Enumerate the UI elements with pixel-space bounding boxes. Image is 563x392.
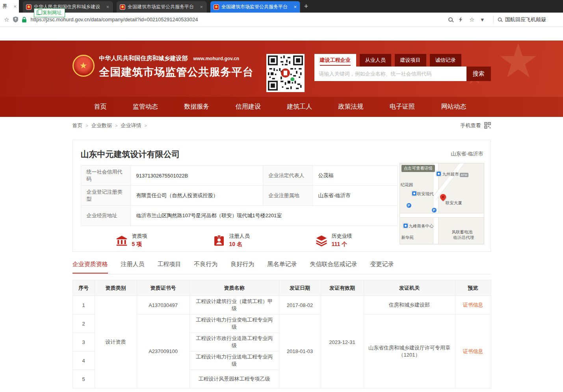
cell-seq: 3 (72, 333, 95, 351)
breadcrumb-separator: > (144, 123, 147, 128)
stat-registered-personnel[interactable]: 注册人员 10 名 (213, 233, 250, 248)
tab-dishonesty-records[interactable]: 失信联合惩戒记录 (310, 261, 357, 273)
nav-item-policy[interactable]: 政策法规 (338, 103, 364, 111)
cell-preview: 证书信息 (455, 296, 491, 314)
col-issue-date: 发证日期 (279, 280, 321, 296)
search-button[interactable]: 搜索 (466, 67, 491, 81)
reg-type-value: 有限责任公司（自然人投资或控股） (130, 186, 263, 206)
keyword-search-input[interactable] (314, 67, 466, 81)
decorative-star-icon: ★ (497, 41, 539, 88)
browser-tab-2[interactable]: 全国建筑市场监管公共服务平台 × (117, 1, 206, 13)
breadcrumb: 首页 > 企业数据 > 企业详情 > 手机查看 (72, 117, 491, 134)
chevron-down-icon[interactable]: ▾ (481, 17, 484, 22)
browser-hot-search[interactable]: 国航回应飞机颠簸 (498, 16, 559, 23)
col-cert-no: 资质证书号 (137, 280, 190, 296)
location-map[interactable]: 点击可查看详情 九州超市 ATM 纪花园 联安现代 联安大厦 九峰商务中心 新华… (399, 163, 484, 244)
cell-name: 工程设计风景园林工程专项乙级 (190, 370, 279, 388)
nav-item-home[interactable]: 首页 (94, 103, 107, 111)
table-row: 企业登记注册类型 有限责任公司（自然人投资或控股） 企业注册属地 山东省-临沂市 (81, 186, 398, 206)
col-preview: 预览 (455, 280, 491, 296)
cell-name: 工程设计电力行业变电工程专业丙级 (190, 314, 279, 333)
close-icon[interactable]: × (200, 4, 203, 10)
map-hint-badge: 点击可查看详情 (401, 165, 435, 172)
nav-item-e-license[interactable]: 电子证照 (390, 103, 415, 111)
favorite-star-icon[interactable]: ☆ (469, 17, 474, 22)
map-label: ATM (460, 173, 468, 177)
stat-historical-performance[interactable]: 历史业绩 111 个 (315, 233, 352, 248)
tab-projects[interactable]: 工程项目 (158, 261, 181, 273)
url-text[interactable]: https://jzsc.mohurd.gov.cn/data/company/… (30, 17, 198, 22)
browser-tab-partial[interactable]: 界 × (0, 0, 19, 13)
tab-label: 全国建筑市场监管公共服务平台 (221, 4, 291, 10)
tab-registered-personnel[interactable]: 注册人员 (121, 261, 145, 273)
tab-qualifications[interactable]: 企业资质资格 (72, 261, 108, 274)
nav-item-supervision[interactable]: 监管动态 (133, 103, 158, 111)
tab-good-behavior[interactable]: 良好行为 (231, 261, 255, 273)
copy-icon (37, 11, 40, 15)
company-stats: 资质项 5 项 注册人员 10 名 (81, 233, 398, 248)
browser-tab-active[interactable]: 全国建筑市场监管公共服务平台 × (210, 1, 300, 13)
mobile-view-label: 手机查看 (461, 122, 481, 129)
tab-change-records[interactable]: 变更记录 (370, 261, 394, 273)
site-logo[interactable]: ★ 中华人民共和国住房和城乡建设部 www.mohurd.gov.cn 全国建筑… (72, 55, 254, 79)
browser-address-bar: ☆ https://jzsc.mohurd.gov.cn/data/compan… (0, 13, 563, 27)
stat-qualifications[interactable]: 资质项 5 项 (115, 233, 147, 248)
close-icon[interactable]: × (13, 4, 17, 9)
hot-search-text: 国航回应飞机颠簸 (505, 16, 546, 23)
stat-label: 注册人员 (229, 233, 250, 240)
map-label: 九州超市 (442, 172, 459, 177)
address-value: 临沂市兰山区陶然路107号星河晶都（联安）现代城1号楼2201室 (130, 206, 398, 226)
new-tab-button[interactable]: + (300, 0, 312, 13)
map-label: 临沂总代理 (453, 235, 474, 240)
copy-url-tooltip[interactable]: 复制网址 (34, 8, 65, 17)
bookmark-star-icon[interactable]: ☆ (4, 17, 9, 22)
search-icon (498, 18, 502, 22)
lightning-icon[interactable] (459, 17, 463, 22)
site-title: 全国建筑市场监管公共服务平台 (99, 65, 254, 79)
search-tab-personnel[interactable]: 从业人员 (360, 54, 391, 67)
close-icon[interactable]: × (106, 4, 109, 10)
close-icon[interactable]: × (294, 4, 297, 10)
certificate-info-link[interactable]: 证书信息 (463, 302, 483, 308)
cell-authority: 住房和城乡建设部 (364, 296, 455, 314)
breadcrumb-company-data[interactable]: 企业数据 (91, 122, 112, 129)
nav-item-site-news[interactable]: 网站动态 (441, 103, 466, 111)
nav-item-workers[interactable]: 建筑工人 (287, 103, 312, 111)
breadcrumb-home[interactable]: 首页 (72, 122, 83, 129)
cell-name: 工程设计电力行业送电工程专业丙级 (190, 351, 279, 370)
tab-blacklist[interactable]: 黑名单记录 (268, 261, 297, 273)
legal-rep-label: 企业法定代表人 (263, 166, 312, 186)
qr-code (266, 54, 305, 92)
layers-icon (315, 234, 328, 247)
nav-item-data-service[interactable]: 数据服务 (184, 103, 209, 111)
search-tab-project[interactable]: 建设项目 (395, 54, 426, 67)
map-label: 联安现代 (417, 191, 434, 197)
reg-type-label: 企业登记注册类型 (81, 186, 130, 206)
credit-code-value: 91371302675501022B (130, 166, 263, 186)
header-search-block: 建设工程企业 从业人员 建设项目 诚信记录 搜索 (314, 54, 491, 81)
shield-icon[interactable] (13, 17, 18, 22)
search-tab-enterprise[interactable]: 建设工程企业 (314, 54, 356, 67)
search-tab-credit[interactable]: 诚信记录 (430, 54, 461, 67)
tab-bad-behavior[interactable]: 不良行为 (194, 261, 218, 273)
cell-seq: 5 (72, 370, 95, 388)
breadcrumb-company-detail[interactable]: 企业详情 (121, 122, 141, 129)
lock-icon (22, 17, 26, 22)
col-validity: 发证有效期 (321, 280, 364, 296)
map-label: 九峰商务中心 (409, 224, 434, 229)
nav-item-credit[interactable]: 信用建设 (236, 103, 261, 111)
cell-seq: 4 (72, 351, 95, 370)
main-content: 首页 > 企业数据 > 企业详情 > 手机查看 山东中元建筑设计有限公司 山东省… (72, 117, 491, 388)
building-icon (115, 234, 128, 247)
col-name: 资质名称 (190, 280, 279, 296)
zoom-icon[interactable] (448, 17, 453, 22)
address-label: 企业经营地址 (81, 206, 130, 226)
cell-cert-no: A237009100 (137, 314, 190, 388)
mobile-view-control[interactable]: 手机查看 (461, 122, 491, 129)
reg-place-value: 山东省-临沂市 (312, 186, 398, 206)
stat-value: 5 项 (132, 241, 147, 248)
company-info-table: 统一社会信用代码 91371302675501022B 企业法定代表人 公茂福 … (81, 165, 398, 226)
certificate-info-link[interactable]: 证书信息 (463, 348, 483, 354)
map-label: 新华苑 (401, 235, 414, 240)
cell-authority: 山东省住房和城乡建设厅许可专用章（1201） (364, 314, 455, 388)
